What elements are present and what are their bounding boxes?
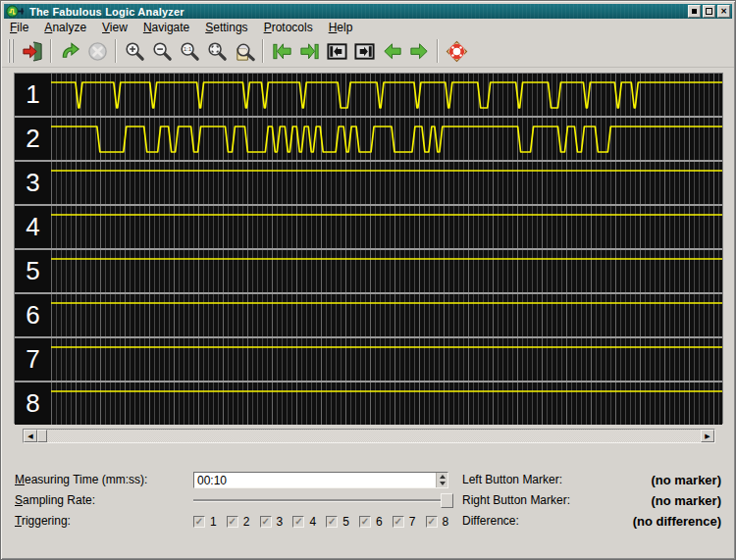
horizontal-scrollbar: ◀ ▶ <box>23 429 715 443</box>
trigger-checkbox-8[interactable]: ✓ <box>426 516 438 528</box>
page-left-icon <box>326 40 348 63</box>
jump-end-button[interactable] <box>295 37 323 65</box>
right-marker-label: Right Button Marker: <box>462 492 570 509</box>
minimize-button[interactable] <box>688 5 701 18</box>
step-right-button[interactable] <box>405 37 433 65</box>
slider-handle[interactable] <box>441 493 453 508</box>
left-marker-value: (no marker) <box>651 472 721 488</box>
waveform-panel: 12345678 <box>14 73 723 424</box>
toolbar-separator <box>50 39 52 63</box>
channel-trace-area-4[interactable] <box>51 206 722 248</box>
scroll-left-arrow-icon: ◀ <box>27 433 32 439</box>
step-left-button[interactable] <box>378 37 405 65</box>
scroll-left-button[interactable]: ◀ <box>24 430 37 442</box>
goto-start-icon <box>271 40 293 63</box>
arrow-right-icon <box>408 40 431 63</box>
scroll-right-button[interactable]: ▶ <box>701 430 714 442</box>
zoom-out-button[interactable] <box>148 37 176 65</box>
trigger-checkbox-2[interactable]: ✓ <box>227 516 238 528</box>
trigger-channel-1: ✓1 <box>193 513 227 530</box>
maximize-button[interactable] <box>703 5 715 18</box>
spinner-buttons <box>436 473 447 487</box>
window-controls: ✕ <box>688 5 730 18</box>
channel-trace-area-2[interactable] <box>51 118 722 160</box>
zoom-fit-button[interactable] <box>203 37 231 65</box>
channel-trace-area-5[interactable] <box>51 250 722 292</box>
spin-up-button[interactable] <box>437 473 447 481</box>
scroll-right-arrow-icon: ▶ <box>705 433 710 439</box>
menu-view[interactable]: View <box>94 20 135 35</box>
trigger-checkbox-4[interactable]: ✓ <box>292 516 304 528</box>
redo-button[interactable] <box>56 37 83 65</box>
channel-label-3: 3 <box>15 162 51 204</box>
lifebuoy-icon <box>446 40 468 63</box>
signal-trace <box>51 82 722 108</box>
jump-start-button[interactable] <box>268 37 295 65</box>
channel-row-5: 5 <box>15 250 722 292</box>
close-icon: ✕ <box>720 8 727 16</box>
trigger-channel-3: ✓3 <box>260 513 293 530</box>
trigger-checkbox-label-7: 7 <box>409 515 416 529</box>
trigger-checkbox-5[interactable]: ✓ <box>326 516 338 528</box>
menu-navigate[interactable]: Navigate <box>135 20 197 35</box>
lifebuoy-button[interactable] <box>443 37 470 65</box>
spin-down-button[interactable] <box>437 481 447 488</box>
toolbar-separator <box>115 39 117 63</box>
app-icon <box>6 5 26 18</box>
zoom-in-button[interactable] <box>121 37 148 65</box>
channel-row-8: 8 <box>15 382 722 425</box>
trigger-channel-2: ✓2 <box>227 513 260 530</box>
exit-door-icon <box>22 40 44 63</box>
trigger-checkbox-7[interactable]: ✓ <box>393 516 404 528</box>
channel-label-2: 2 <box>15 118 51 160</box>
channel-label-4: 4 <box>15 206 51 248</box>
quit-button[interactable] <box>19 37 46 65</box>
stop-button <box>83 37 111 65</box>
channel-trace-area-6[interactable] <box>51 294 722 336</box>
channel-row-3: 3 <box>15 162 722 204</box>
toolbar-separator <box>437 39 439 63</box>
titlebar[interactable]: The Fabulous Logic Analyzer ✕ <box>4 4 732 19</box>
trigger-checkbox-1[interactable]: ✓ <box>193 516 205 528</box>
page-left-button[interactable] <box>323 37 350 65</box>
menu-protocols[interactable]: Protocols <box>256 20 321 35</box>
menu-file[interactable]: File <box>2 20 36 35</box>
trigger-channel-8: ✓8 <box>426 513 459 530</box>
channel-trace-area-7[interactable] <box>51 338 722 381</box>
zoom-original-button[interactable]: 1:1 <box>176 37 203 65</box>
close-button[interactable]: ✕ <box>717 5 730 18</box>
scrollbar-thumb[interactable] <box>37 430 47 442</box>
page-right-button[interactable] <box>350 37 378 65</box>
measuring-time-input[interactable] <box>194 473 436 487</box>
zoom-selection-button[interactable] <box>231 37 258 65</box>
redo-arrow-icon <box>59 40 81 63</box>
left-marker-label: Left Button Marker: <box>462 472 562 488</box>
scrollbar-trough[interactable] <box>47 430 701 442</box>
page-right-icon <box>353 40 376 63</box>
trigger-checkbox-6[interactable]: ✓ <box>359 516 371 528</box>
menu-settings[interactable]: Settings <box>197 20 255 35</box>
channel-trace-area-1[interactable] <box>51 74 722 116</box>
channel-label-8: 8 <box>15 382 51 425</box>
sampling-rate-row: Sampling Rate: Right Button Marker: (no … <box>1 492 735 509</box>
zoom-page-icon <box>234 40 256 63</box>
sampling-rate-label: Sampling Rate: <box>15 492 95 509</box>
trigger-checkbox-3[interactable]: ✓ <box>260 516 272 528</box>
signal-trace <box>51 127 722 152</box>
difference-label: Difference: <box>462 513 519 530</box>
triggering-label: Triggering: <box>15 513 71 530</box>
trigger-channel-5: ✓5 <box>326 513 359 530</box>
trigger-checkbox-label-4: 4 <box>309 515 316 529</box>
menu-analyze[interactable]: Analyze <box>36 20 94 35</box>
channel-label-1: 1 <box>15 74 51 116</box>
channel-trace-area-3[interactable] <box>51 162 722 204</box>
channel-row-4: 4 <box>15 206 722 248</box>
arrow-left-icon <box>381 40 403 63</box>
slider-trough[interactable] <box>193 499 442 502</box>
toolbar-gripper-handle[interactable] <box>8 39 16 63</box>
channel-trace-area-8[interactable] <box>51 382 722 425</box>
spin-up-icon <box>440 475 446 479</box>
menu-help[interactable]: Help <box>321 20 361 35</box>
measuring-time-spinbox <box>193 472 448 488</box>
zoom-out-icon <box>151 40 174 63</box>
